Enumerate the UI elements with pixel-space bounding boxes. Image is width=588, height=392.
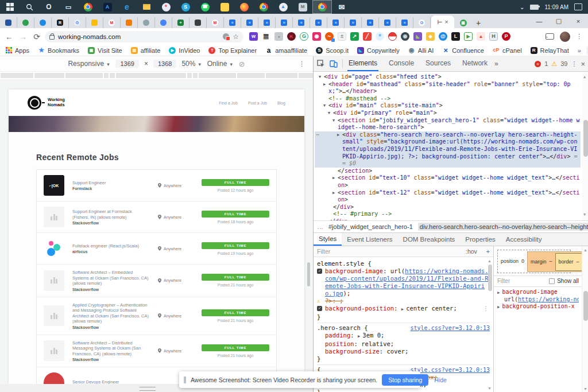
job-row[interactable]: Fullstack engineer (React.js/Scala)airfo… — [37, 232, 276, 264]
photos-icon[interactable] — [78, 0, 98, 14]
computed-property[interactable]: ▶ background-position-x — [497, 303, 579, 311]
sidebar-tab-styles[interactable]: Styles — [314, 233, 342, 246]
chart-orange-icon[interactable]: ▲ — [477, 32, 485, 41]
job-title[interactable]: Applied Cryptographer – Authentication a… — [72, 302, 150, 324]
job-row[interactable]: ⌐|OKSupport EngineerFormstackAnywhereFUL… — [37, 170, 276, 201]
devtools-close-button[interactable]: × — [581, 60, 585, 68]
css-property[interactable]: background-size: cover; — [317, 348, 490, 355]
property-checkbox[interactable]: ✓ — [317, 269, 322, 274]
devtools-tab-sources[interactable]: Sources — [424, 56, 452, 71]
job-row[interactable]: Software Architect – Embedded Systems at… — [37, 264, 276, 297]
tree-node[interactable]: </section> — [315, 168, 581, 175]
maps-icon[interactable]: M — [293, 0, 312, 14]
stylesheet-link[interactable]: style.css?ver=3.12.0:13 — [411, 366, 490, 374]
nav-link-blog[interactable]: Blog — [277, 101, 285, 105]
stop-sharing-button[interactable]: Stop sharing — [382, 374, 428, 386]
camera-screenshot-icon[interactable]: ● — [274, 32, 283, 41]
computed-scrollbar[interactable]: ▲ ▼ — [582, 246, 588, 392]
close-window-button[interactable]: × — [568, 14, 588, 28]
tab-2[interactable] — [17, 17, 34, 28]
pokeball-icon[interactable] — [388, 32, 397, 41]
tree-node[interactable]: ▼<div id="page" class="hfeed site"> — [315, 73, 581, 81]
scroll-up-icon[interactable]: ▲ — [583, 73, 586, 81]
tab-15[interactable]: ≡ — [241, 17, 258, 28]
stylesheet-link[interactable]: style.css?ver=3.12.0:13 — [411, 324, 490, 332]
tab-16[interactable]: ≡ — [258, 17, 276, 28]
swirl-badge-icon[interactable]: ~ — [325, 32, 334, 41]
job-title[interactable]: Support Engineer — [72, 180, 150, 186]
tree-node[interactable]: ▶<section id="text-12" class="widget wid… — [315, 189, 581, 204]
throttling-select[interactable]: Online ▼ — [207, 60, 234, 68]
wordtune-icon[interactable]: w — [249, 32, 258, 41]
new-tab-button[interactable]: + — [471, 17, 485, 28]
expand-arrow-open-icon[interactable]: ▼ — [328, 110, 330, 117]
tab-18[interactable]: ≡ — [293, 17, 310, 28]
bookmark-scoop-it[interactable]: SScoop.it — [316, 47, 349, 54]
tab-7[interactable]: M — [103, 17, 121, 28]
tab-22[interactable]: ≡ — [362, 17, 379, 28]
chrome-active-icon[interactable] — [312, 0, 332, 14]
bookmark-relaythat[interactable]: RRelayThat — [531, 47, 569, 54]
bookmark-apps[interactable]: Apps — [6, 47, 29, 54]
tree-node[interactable]: <!-- #masthead --> — [315, 95, 581, 103]
scroll-down-icon[interactable]: ▼ — [583, 211, 586, 219]
computed-property[interactable]: ▶ background-image — [497, 289, 579, 297]
awesome-screenshot-icon[interactable]: ◉ — [401, 32, 409, 41]
media-query-segment-10[interactable] — [237, 73, 265, 78]
media-query-segment-3[interactable] — [65, 73, 103, 78]
job-title[interactable]: Fullstack engineer (React.js/Scala) — [72, 243, 150, 249]
tree-node[interactable]: ▼<div id="primary" role="main"> — [315, 110, 581, 117]
tab-8[interactable] — [121, 17, 138, 28]
cortana-icon[interactable]: O — [39, 0, 59, 14]
toast-drag-handle[interactable] — [184, 377, 186, 383]
tab-17[interactable]: ≡ — [276, 17, 293, 28]
k-dark-icon[interactable]: K — [287, 32, 296, 41]
error-count[interactable]: 1 — [544, 60, 548, 67]
profile-avatar[interactable] — [560, 32, 570, 42]
expand-arrow-icon[interactable]: ▶ — [332, 174, 335, 182]
tree-node-selected[interactable]: ⋯▶<div class="hero-search hero-search--n… — [315, 131, 581, 168]
styles-scrollbar-thumb[interactable] — [488, 265, 492, 291]
job-row[interactable]: Support Engineer at Formstack (Fishers, … — [37, 201, 276, 232]
css-property[interactable]: position: relative; — [317, 340, 490, 348]
back-button[interactable]: ← — [3, 32, 15, 41]
media-query-ruler[interactable] — [0, 72, 313, 79]
media-query-segment-11[interactable] — [266, 73, 297, 78]
chrome-icon[interactable] — [254, 0, 273, 14]
bookmark-invideo[interactable]: ▶InVideo — [169, 47, 200, 54]
rule-selector[interactable]: element.style { — [317, 260, 372, 267]
devtools-tab-network[interactable]: Network — [461, 56, 489, 71]
breadcrumb-item[interactable]: div.hero-search.hero-search--no-overlay.… — [418, 223, 588, 231]
device-toolbar-toggle-icon[interactable] — [330, 60, 338, 68]
cast-icon[interactable] — [546, 33, 554, 40]
h-gray-icon[interactable]: H — [489, 32, 498, 41]
tree-node[interactable]: ▼<section id="jobify_widget_search_hero-… — [315, 117, 581, 131]
viewport-width-input[interactable]: 1369 — [115, 60, 138, 68]
breadcrumb-item[interactable]: #jobify_widget_search_hero-1 — [327, 223, 415, 231]
expand-arrow-icon[interactable]: ▶ — [323, 81, 326, 88]
computed-filter-input[interactable]: Filter — [497, 278, 510, 284]
css-property[interactable]: ✓background-image: url(https://working-n… — [317, 267, 490, 297]
notification-center-icon[interactable] — [574, 3, 582, 10]
expand-value-icon[interactable]: ▶ — [401, 307, 406, 312]
job-title[interactable]: Senior Devops Engineer — [72, 379, 150, 384]
tab-10[interactable] — [155, 17, 172, 28]
minimize-button[interactable]: — — [529, 14, 549, 28]
windows-start-icon[interactable] — [0, 0, 20, 14]
blocked-cookies-icon[interactable] — [223, 33, 229, 40]
device-mode-select[interactable]: Responsive ▼ — [68, 60, 110, 68]
skype-icon[interactable]: S — [176, 0, 195, 14]
devtools-tab-console[interactable]: Console — [388, 56, 415, 71]
tab-3[interactable] — [34, 17, 52, 28]
tab-25[interactable]: G — [413, 17, 431, 28]
battery-icon[interactable] — [530, 5, 539, 10]
app-dark-icon[interactable]: A — [98, 0, 117, 14]
show-all-checkbox[interactable] — [549, 278, 555, 284]
hide-toast-button[interactable]: Hide — [434, 377, 447, 383]
tree-node[interactable]: ▼<div id="main" class="site-main"> — [315, 102, 581, 110]
tab-4[interactable]: R — [52, 17, 69, 28]
warning-icon[interactable]: ⚠ — [551, 60, 557, 68]
css-property[interactable]: ⚠?>: ; — [317, 297, 490, 305]
edge-icon[interactable]: e — [117, 0, 137, 14]
expand-arrow-open-icon[interactable]: ▼ — [332, 117, 335, 125]
